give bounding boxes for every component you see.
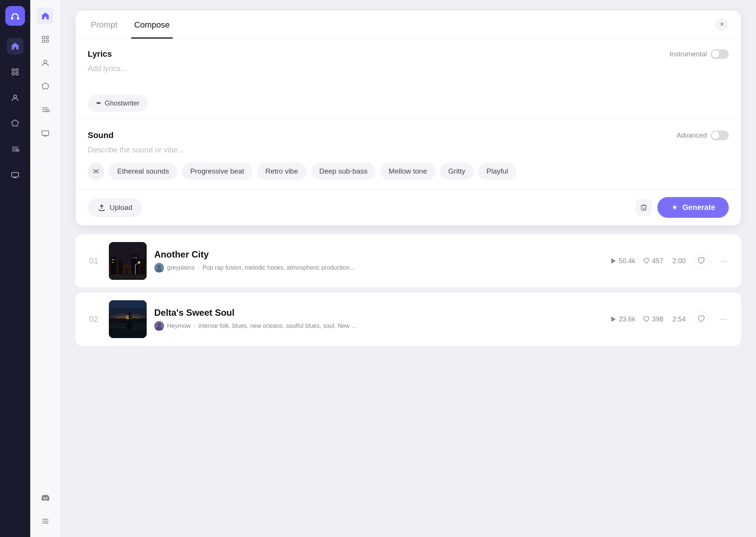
shuffle-icon-button[interactable] <box>88 163 104 180</box>
chip-deep-sub-bass[interactable]: Deep sub-bass <box>311 163 376 180</box>
svg-point-71 <box>157 323 161 327</box>
more-button-1[interactable]: ··· <box>717 254 730 268</box>
play-icon-1 <box>610 258 617 264</box>
lyrics-input[interactable]: Add lyrics... <box>88 64 729 87</box>
song-item-2[interactable]: 02 <box>76 293 741 346</box>
instrumental-label: Instrumental <box>669 50 707 58</box>
app-logo <box>5 6 25 26</box>
plays-count-2: 23.6k <box>619 315 635 323</box>
ghostwriter-button[interactable]: ✒ Ghostwriter <box>88 95 148 112</box>
wide-menu-icon[interactable] <box>37 513 54 529</box>
generate-button[interactable]: Generate <box>657 197 729 218</box>
song-title-1: Another City <box>154 249 602 260</box>
clear-button[interactable] <box>635 199 652 216</box>
svg-point-53 <box>157 265 161 268</box>
sidebar-gems-icon[interactable] <box>7 115 23 132</box>
song-info-2: Delta's Sweet Soul Heymow · intense folk… <box>154 307 602 331</box>
song-avatar-1 <box>154 263 164 273</box>
svg-rect-25 <box>42 131 49 135</box>
sidebar-library-icon[interactable] <box>7 64 23 80</box>
heart-icon-2 <box>643 316 650 323</box>
sidebar-media-icon[interactable] <box>7 166 23 183</box>
chip-gritty[interactable]: Gritty <box>440 163 474 180</box>
lyrics-header: Lyrics Instrumental <box>88 49 729 59</box>
svg-point-19 <box>44 60 47 63</box>
plays-stat-2: 23.6k <box>610 315 635 323</box>
chip-playful[interactable]: Playful <box>478 163 516 180</box>
play-icon-2 <box>610 316 617 323</box>
duration-2: 2:54 <box>672 315 686 323</box>
song-item-1[interactable]: 01 <box>76 234 741 287</box>
svg-rect-15 <box>42 36 45 39</box>
main-content: Prompt Compose × Lyrics Instrumental Add… <box>60 0 756 537</box>
sidebar-playlist-icon[interactable] <box>7 141 23 157</box>
likes-count-1: 457 <box>652 257 663 265</box>
chip-retro-vibe[interactable]: Retro vibe <box>257 163 307 180</box>
advanced-label: Advanced <box>677 132 707 140</box>
wide-home-icon[interactable] <box>37 8 54 24</box>
upload-button[interactable]: Upload <box>88 198 142 217</box>
song-tags-2: intense folk, blues, new orleans, soulfu… <box>198 323 356 329</box>
song-meta-2: Heymow · intense folk, blues, new orlean… <box>154 321 602 331</box>
wide-profile-icon[interactable] <box>37 54 54 71</box>
svg-point-63 <box>127 323 133 330</box>
compose-modal: Prompt Compose × Lyrics Instrumental Add… <box>76 11 741 225</box>
svg-marker-20 <box>42 83 49 89</box>
lyrics-title: Lyrics <box>88 49 112 59</box>
modal-tabs: Prompt Compose × <box>76 11 741 39</box>
tab-compose[interactable]: Compose <box>131 11 173 39</box>
sidebar-profile-icon[interactable] <box>7 89 23 106</box>
song-thumb-2 <box>109 300 147 338</box>
ghostwriter-icon: ✒ <box>96 99 102 107</box>
wide-gems-icon[interactable] <box>37 78 54 95</box>
duration-1: 2:00 <box>672 257 686 265</box>
sidebar-narrow <box>0 0 30 537</box>
heart-icon-1 <box>643 258 650 264</box>
song-number-2: 02 <box>86 314 101 324</box>
song-meta-1: greyplains · Pop rap fusion, melodic hoo… <box>154 263 602 273</box>
wide-playlist-icon[interactable] <box>37 101 54 118</box>
ghostwriter-label: Ghostwriter <box>105 99 139 107</box>
song-avatar-2 <box>154 321 164 331</box>
song-info-1: Another City greyplains · Pop rap fusion… <box>154 249 602 273</box>
wide-discord-icon[interactable] <box>37 489 54 506</box>
svg-marker-7 <box>12 120 19 126</box>
svg-rect-18 <box>46 40 48 42</box>
sidebar-home-icon[interactable] <box>7 38 23 54</box>
favorite-button-2[interactable] <box>693 311 709 327</box>
svg-point-6 <box>14 95 17 98</box>
more-button-2[interactable]: ··· <box>717 312 730 326</box>
song-stats-1: 50.4k 457 2:00 ··· <box>610 253 730 269</box>
chip-progressive-beat[interactable]: Progressive beat <box>182 163 253 180</box>
svg-rect-4 <box>12 73 14 75</box>
advanced-row: Advanced <box>677 130 729 140</box>
close-button[interactable]: × <box>715 18 729 31</box>
svg-rect-3 <box>16 69 18 71</box>
svg-point-1 <box>17 17 19 20</box>
favorite-button-1[interactable] <box>693 253 709 269</box>
chip-ethereal-sounds[interactable]: Ethereal sounds <box>109 163 177 180</box>
song-tags-1: Pop rap fusion, melodic hooks, atmospher… <box>202 264 355 271</box>
song-thumb-1 <box>109 242 147 280</box>
upload-label: Upload <box>110 203 132 212</box>
svg-rect-5 <box>16 73 18 75</box>
advanced-toggle[interactable] <box>711 130 729 140</box>
sound-title: Sound <box>88 130 113 140</box>
generate-label: Generate <box>682 203 715 212</box>
song-author-1: greyplains <box>167 264 195 271</box>
wide-media-icon[interactable] <box>37 125 54 141</box>
likes-count-2: 398 <box>652 315 663 323</box>
song-number-1: 01 <box>86 256 101 266</box>
wide-library-icon[interactable] <box>37 31 54 48</box>
plays-stat-1: 50.4k <box>610 257 635 265</box>
likes-stat-2: 398 <box>643 315 663 323</box>
svg-rect-17 <box>42 40 45 42</box>
tab-prompt[interactable]: Prompt <box>88 11 121 39</box>
svg-rect-42 <box>112 262 113 263</box>
song-dot-2: · <box>194 323 195 329</box>
sound-chips: Ethereal sounds Progressive beat Retro v… <box>88 163 729 180</box>
instrumental-toggle[interactable] <box>711 49 729 59</box>
sound-section: Sound Advanced Describe the sound or vib… <box>76 120 741 189</box>
sound-placeholder[interactable]: Describe the sound or vibe... <box>88 146 729 154</box>
chip-mellow-tone[interactable]: Mellow tone <box>380 163 435 180</box>
